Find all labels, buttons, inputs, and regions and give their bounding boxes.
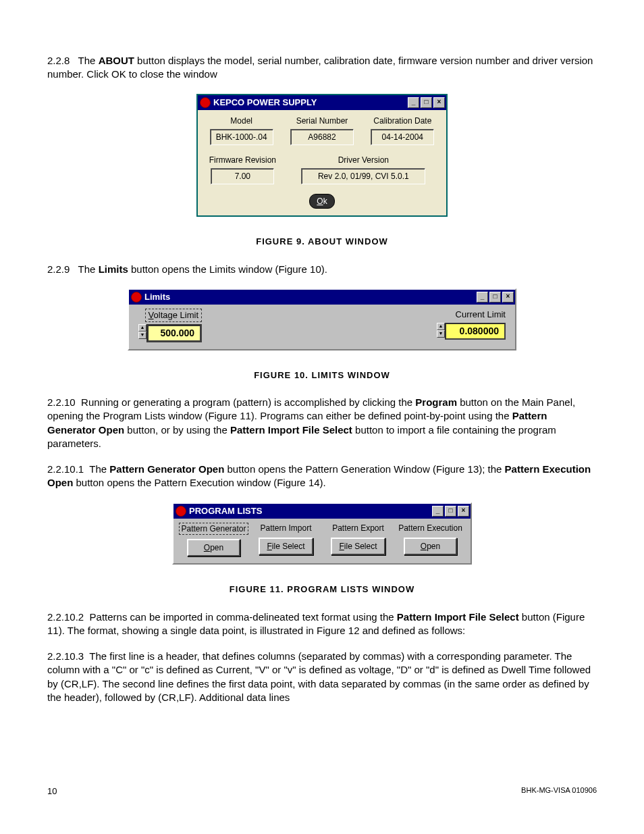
firmware-field: Firmware Revision 7.00 (205, 155, 281, 184)
close-button[interactable]: × (458, 506, 469, 517)
pattern-execution-open-button[interactable]: Open (404, 538, 457, 555)
pattern-import-col: Pattern Import File Select (250, 523, 322, 556)
voltage-limit-value[interactable]: 500.000 (146, 324, 202, 342)
doc-id: BHK-MG-VISA 010906 (521, 785, 597, 798)
section-num: 2.2.10.3 (47, 650, 84, 662)
para-2-2-10-1: 2.2.10.1 The Pattern Generator Open butt… (47, 463, 597, 490)
para-2-2-8: 2.2.8 The ABOUT button displays the mode… (47, 54, 597, 82)
caldate-field: Calibration Date 04-14-2004 (366, 115, 439, 145)
program-lists-titlebar[interactable]: PROGRAM LISTS _ □ × (173, 504, 471, 519)
serial-field: Serial Number A96882 (285, 115, 358, 145)
driver-field: Driver Version Rev 2.0, 01/99, CVI 5.0.1 (288, 155, 439, 184)
minimize-button[interactable]: _ (477, 292, 488, 303)
para-2-2-10: 2.2.10 Running or generating a program (… (47, 396, 597, 450)
section-num: 2.2.10 (47, 396, 76, 408)
current-limit-value[interactable]: 0.080000 (445, 323, 506, 340)
voltage-limit-block: Voltage Limit ▲▼ 500.000 (138, 309, 202, 342)
limits-titlebar[interactable]: Limits _ □ × (129, 290, 515, 305)
para-2-2-9: 2.2.9 The Limits button opens the Limits… (47, 263, 597, 276)
pattern-generator-open-button[interactable]: Open (187, 539, 240, 556)
section-num: 2.2.10.2 (47, 611, 84, 623)
maximize-button[interactable]: □ (445, 506, 456, 517)
current-spinner[interactable]: ▲▼ (437, 323, 445, 340)
para-2-2-10-3: 2.2.10.3 The first line is a header, tha… (47, 650, 597, 704)
close-button[interactable]: × (433, 97, 445, 108)
page-number: 10 (47, 785, 57, 798)
figure-11-caption: FIGURE 11. PROGRAM LISTS WINDOW (47, 583, 597, 596)
pattern-generator-col: Pattern Generator Open (178, 523, 250, 556)
app-icon (131, 292, 142, 303)
pattern-export-col: Pattern Export File Select (322, 523, 394, 556)
minimize-button[interactable]: _ (408, 97, 419, 108)
pattern-execution-col: Pattern Execution Open (394, 523, 466, 556)
caldate-value: 04-14-2004 (371, 129, 434, 145)
program-lists-window: PROGRAM LISTS _ □ × Pattern Generator Op… (172, 502, 472, 565)
firmware-value: 7.00 (211, 168, 274, 184)
about-window: KEPCO POWER SUPPLY _ □ × Model BHK-1000-… (196, 94, 448, 217)
page-footer: 10 BHK-MG-VISA 010906 (47, 785, 597, 798)
maximize-button[interactable]: □ (421, 97, 432, 108)
para-2-2-10-2: 2.2.10.2 Patterns can be imported in com… (47, 610, 597, 638)
section-num: 2.2.8 (47, 55, 70, 66)
minimize-button[interactable]: _ (432, 506, 444, 517)
program-lists-title: PROGRAM LISTS (189, 505, 262, 517)
about-titlebar[interactable]: KEPCO POWER SUPPLY _ □ × (198, 95, 446, 110)
ok-button[interactable]: Ok (309, 194, 334, 209)
figure-10-caption: FIGURE 10. LIMITS WINDOW (47, 369, 597, 382)
figure-9-caption: FIGURE 9. ABOUT WINDOW (47, 236, 597, 248)
pattern-import-file-select-button[interactable]: File Select (259, 538, 313, 555)
pattern-export-file-select-button[interactable]: File Select (331, 538, 385, 555)
model-value: BHK-1000-.04 (210, 129, 273, 145)
limits-window: Limits _ □ × Voltage Limit ▲▼ 500.000 Cu… (128, 288, 516, 350)
app-icon (200, 97, 211, 108)
voltage-spinner[interactable]: ▲▼ (138, 324, 146, 342)
serial-value: A96882 (290, 129, 354, 145)
limits-title: Limits (144, 291, 170, 303)
driver-value: Rev 2.0, 01/99, CVI 5.0.1 (301, 168, 425, 184)
about-title: KEPCO POWER SUPPLY (213, 97, 317, 109)
app-icon (176, 506, 186, 517)
current-limit-block: Current Limit ▲▼ 0.080000 (437, 309, 506, 342)
close-button[interactable]: × (502, 292, 514, 303)
model-field: Model BHK-1000-.04 (205, 115, 278, 145)
section-num: 2.2.10.1 (47, 463, 84, 475)
maximize-button[interactable]: □ (489, 292, 501, 303)
section-num: 2.2.9 (47, 263, 70, 275)
